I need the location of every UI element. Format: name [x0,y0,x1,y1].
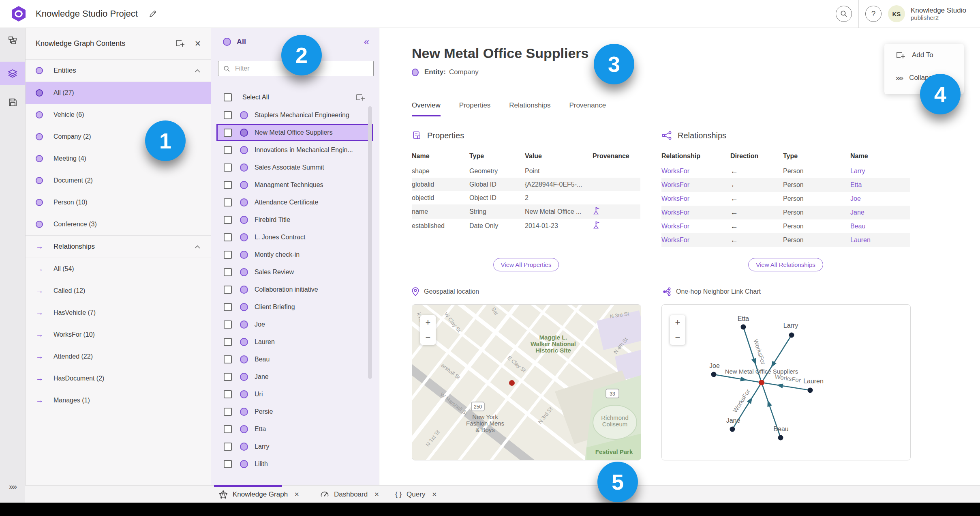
relationship-link[interactable]: WorksFor [661,168,689,174]
relationship-link[interactable]: WorksFor [661,195,689,202]
user-info[interactable]: Knowledge Studio publisher2 [911,6,980,22]
list-scrollbar[interactable] [368,106,372,379]
relationship-link[interactable]: WorksFor [661,223,689,230]
person-node[interactable] [711,372,717,377]
edit-title-icon[interactable] [148,9,157,18]
geospatial-map[interactable]: 25033 k RdW Clay StSalN 3rd StN 4th StMa… [412,304,641,460]
list-item[interactable]: Managment Techniques [211,176,379,194]
rail-layers-button[interactable] [0,64,25,82]
rail-expand-button[interactable]: »» [0,482,25,491]
relationship-type-item[interactable]: →WorksFor (10) [25,324,211,346]
entity-link[interactable]: Larry [850,168,865,174]
list-item[interactable]: Persie [211,403,379,420]
item-checkbox[interactable] [224,338,232,346]
detail-tab-provenance[interactable]: Provenance [569,101,606,116]
relationship-type-item[interactable]: →Attended (22) [25,346,211,368]
item-checkbox[interactable] [224,111,232,119]
entity-type-item[interactable]: Meeting (4) [25,148,211,170]
item-checkbox[interactable] [224,355,232,363]
search-button[interactable] [836,6,852,22]
close-tab-icon[interactable]: ✕ [294,491,300,498]
list-item[interactable]: Collaboration initiative [211,281,379,298]
detail-tab-overview[interactable]: Overview [412,101,441,116]
relationship-link[interactable]: WorksFor [661,236,689,243]
add-to-new-icon[interactable] [175,39,185,48]
item-checkbox[interactable] [224,286,232,294]
list-item[interactable]: Larry [211,438,379,455]
person-node[interactable] [778,435,783,441]
entity-type-item[interactable]: Conference (3) [25,213,211,235]
person-node[interactable] [789,333,794,338]
entity-link[interactable]: Etta [850,181,862,188]
entity-type-item[interactable]: Document (2) [25,170,211,191]
view-all-relationships-button[interactable]: View All Relationships [748,258,823,271]
relationship-link[interactable]: WorksFor [661,181,689,188]
item-checkbox[interactable] [224,268,232,276]
entity-link[interactable]: Lauren [850,236,871,243]
list-item[interactable]: Etta [211,420,379,438]
list-item[interactable]: Jane [211,368,379,385]
detail-tab-relationships[interactable]: Relationships [509,101,550,116]
list-item[interactable]: Attendance Certificate [211,194,379,211]
relationship-type-item[interactable]: →HasVehicle (7) [25,302,211,324]
list-item[interactable]: L. Jones Contract [211,228,379,246]
list-item[interactable]: Firebird Title [211,211,379,228]
item-checkbox[interactable] [224,425,232,433]
detail-tab-properties[interactable]: Properties [459,101,490,116]
item-checkbox[interactable] [224,460,232,468]
list-item[interactable]: Staplers Mechanical Engineering [211,106,379,124]
provenance-flag-icon[interactable] [593,207,599,215]
relationship-type-item[interactable]: →HasDocument (2) [25,368,211,389]
item-checkbox[interactable] [224,303,232,311]
list-item[interactable]: Beau [211,350,379,368]
rail-save-button[interactable] [0,93,25,111]
zoom-in-button[interactable]: + [420,315,436,330]
item-checkbox[interactable] [224,443,232,451]
item-checkbox[interactable] [224,216,232,224]
view-all-properties-button[interactable]: View All Properties [493,258,559,271]
tab-knowledge-graph[interactable]: Knowledge Graph ✕ [219,486,300,503]
tab-dashboard[interactable]: Dashboard ✕ [320,486,379,503]
add-to-new-icon[interactable] [355,93,365,102]
list-item[interactable]: Uri [211,385,379,403]
zoom-out-button[interactable]: − [670,330,685,345]
item-checkbox[interactable] [224,373,232,381]
list-item[interactable]: New Metal Office Suppliers [216,124,373,141]
avatar[interactable]: KS [888,5,905,22]
list-item[interactable]: Innovations in Mechanical Engin... [211,141,379,159]
entity-type-item[interactable]: Person (10) [25,191,211,213]
add-to-menu-item[interactable]: Add To [884,44,964,67]
tab-query[interactable]: { } Query ✕ [395,486,437,503]
person-node[interactable] [741,325,746,330]
item-checkbox[interactable] [224,181,232,189]
item-checkbox[interactable] [224,146,232,154]
zoom-out-button[interactable]: − [420,330,436,345]
list-item[interactable]: Lilith [211,455,379,473]
close-tab-icon[interactable]: ✕ [374,491,379,498]
item-checkbox[interactable] [224,198,232,206]
list-item[interactable]: Montly check-in [211,246,379,263]
item-checkbox[interactable] [224,129,232,137]
zoom-in-button[interactable]: + [670,315,685,330]
provenance-flag-icon[interactable] [593,221,599,229]
entity-link[interactable]: Jane [850,209,864,216]
list-item[interactable]: Client Briefing [211,298,379,316]
entities-section-header[interactable]: Entities [25,60,211,82]
entity-type-item[interactable]: Vehicle (6) [25,104,211,126]
person-node[interactable] [808,388,813,393]
item-checkbox[interactable] [224,408,232,416]
person-node[interactable] [730,427,735,432]
list-item[interactable]: Sales Review [211,263,379,281]
entity-type-item[interactable]: All (27) [25,82,211,104]
entity-link[interactable]: Beau [850,223,865,230]
close-panel-icon[interactable]: ✕ [195,39,201,48]
relationship-type-item[interactable]: →All (54) [25,258,211,280]
select-all-checkbox[interactable] [224,93,232,101]
relationship-link[interactable]: WorksFor [661,209,689,216]
collapse-panel-icon[interactable]: « [364,36,369,47]
list-item[interactable]: Joe [211,316,379,333]
center-node[interactable] [759,380,764,385]
close-tab-icon[interactable]: ✕ [432,491,437,498]
item-checkbox[interactable] [224,233,232,241]
rail-schema-button[interactable] [0,32,25,49]
